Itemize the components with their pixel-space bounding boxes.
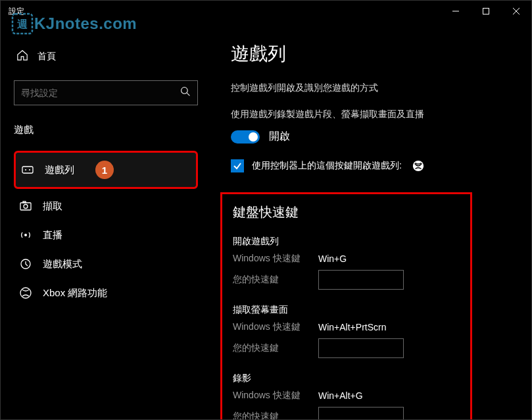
shortcut-group-screenshot: 擷取螢幕畫面 Windows 快速鍵 Win+Alt+PrtScrn 您的快速鍵 xyxy=(233,304,460,358)
gamebar-toggle[interactable] xyxy=(231,130,260,144)
toggle-label: 開啟 xyxy=(269,130,290,144)
page-title: 遊戲列 xyxy=(231,41,512,66)
sidebar: 首頁 遊戲 遊戲列 1 xyxy=(1,22,211,419)
sidebar-item-capture[interactable]: 擷取 xyxy=(14,192,198,221)
controller-checkbox[interactable] xyxy=(231,159,244,172)
home-link[interactable]: 首頁 xyxy=(14,41,198,71)
svg-point-9 xyxy=(25,169,26,171)
broadcast-icon xyxy=(19,228,32,242)
search-box[interactable] xyxy=(14,80,198,105)
your-shortcut-input[interactable] xyxy=(318,270,404,290)
svg-rect-11 xyxy=(20,203,31,210)
svg-point-6 xyxy=(181,88,188,94)
checkbox-label: 使用控制器上的這個按鍵開啟遊戲列: xyxy=(252,160,402,172)
sidebar-item-gamebar[interactable]: 遊戲列 1 xyxy=(16,153,196,187)
sidebar-item-label: Xbox 網路功能 xyxy=(43,287,107,300)
sidebar-item-label: 遊戲列 xyxy=(45,164,74,176)
minimize-button[interactable] xyxy=(441,1,471,22)
windows-shortcut-label: Windows 快速鍵 xyxy=(233,390,318,402)
your-shortcut-label: 您的快速鍵 xyxy=(233,411,318,419)
windows-shortcut-label: Windows 快速鍵 xyxy=(233,321,318,333)
shortcut-group-record: 錄影 Windows 快速鍵 Win+Alt+G 您的快速鍵 xyxy=(233,373,460,419)
home-label: 首頁 xyxy=(37,51,56,63)
xbox-button-icon xyxy=(412,160,424,172)
toggle-knob xyxy=(249,132,258,142)
sidebar-item-label: 直播 xyxy=(43,229,62,242)
your-shortcut-input[interactable] xyxy=(318,407,404,419)
titlebar: 設定 xyxy=(1,1,531,22)
svg-rect-1 xyxy=(483,9,489,14)
svg-rect-8 xyxy=(22,167,33,173)
shortcut-group-label: 錄影 xyxy=(233,373,460,384)
search-input[interactable] xyxy=(21,88,180,98)
your-shortcut-label: 您的快速鍵 xyxy=(233,342,318,354)
gamemode-icon xyxy=(19,257,32,271)
your-shortcut-input[interactable] xyxy=(318,338,404,358)
sidebar-item-label: 遊戲模式 xyxy=(43,258,82,271)
windows-shortcut-label: Windows 快速鍵 xyxy=(233,253,318,265)
home-icon xyxy=(16,49,28,63)
your-shortcut-label: 您的快速鍵 xyxy=(233,274,318,286)
shortcut-group-open: 開啟遊戲列 Windows 快速鍵 Win+G 您的快速鍵 xyxy=(233,236,460,290)
sidebar-item-label: 擷取 xyxy=(43,200,62,213)
svg-point-16 xyxy=(20,288,31,298)
page-subtitle: 控制遊戲列開啟及識別您遊戲的方式 xyxy=(231,82,512,94)
feature-description: 使用遊戲列錄製遊戲片段、螢幕擷取畫面及直播 xyxy=(231,109,512,120)
annotation-shortcuts-box: 鍵盤快速鍵 開啟遊戲列 Windows 快速鍵 Win+G 您的快速鍵 擷取螢幕… xyxy=(220,192,472,419)
close-button[interactable] xyxy=(501,1,531,22)
svg-rect-13 xyxy=(23,201,26,203)
svg-point-12 xyxy=(24,205,28,209)
xbox-icon xyxy=(19,286,32,300)
svg-point-10 xyxy=(29,169,30,171)
shortcut-group-label: 擷取螢幕畫面 xyxy=(233,304,460,316)
windows-shortcut-value: Win+G xyxy=(318,253,347,264)
gamebar-icon xyxy=(21,163,34,176)
svg-line-7 xyxy=(187,93,189,95)
main-content: 遊戲列 控制遊戲列開啟及識別您遊戲的方式 使用遊戲列錄製遊戲片段、螢幕擷取畫面及… xyxy=(211,22,531,419)
windows-shortcut-value: Win+Alt+G xyxy=(318,390,363,401)
capture-icon xyxy=(19,199,32,213)
search-icon[interactable] xyxy=(180,86,191,99)
annotation-highlight: 遊戲列 1 xyxy=(14,151,198,189)
window-title: 設定 xyxy=(1,6,24,17)
windows-shortcut-value: Win+Alt+PrtScrn xyxy=(318,322,386,332)
sidebar-item-broadcast[interactable]: 直播 xyxy=(14,221,198,249)
sidebar-item-gamemode[interactable]: 遊戲模式 xyxy=(14,249,198,278)
shortcut-group-label: 開啟遊戲列 xyxy=(233,236,460,248)
maximize-button[interactable] xyxy=(471,1,501,22)
shortcuts-title: 鍵盤快速鍵 xyxy=(233,203,460,221)
svg-point-14 xyxy=(24,234,27,236)
annotation-badge: 1 xyxy=(95,161,114,179)
sidebar-item-xbox[interactable]: Xbox 網路功能 xyxy=(14,278,198,307)
nav-section-label: 遊戲 xyxy=(14,124,198,136)
